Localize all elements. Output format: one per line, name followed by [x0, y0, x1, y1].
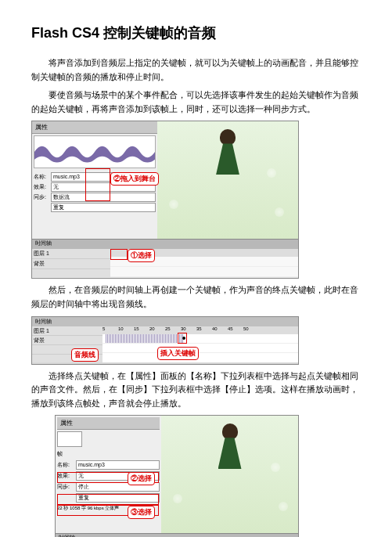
timeline-header: 时间轴	[32, 240, 298, 249]
page-title: Flash CS4 控制关键帧的音频	[31, 23, 361, 42]
properties-panel-title: 属性	[32, 121, 157, 134]
callout-insert-keyframe: 插入关键帧	[157, 347, 199, 360]
timeline-layer[interactable]: 图层 1	[32, 326, 102, 336]
timeline-layer[interactable]: 背景	[32, 336, 102, 345]
timeline-layer[interactable]: 背景	[32, 259, 110, 269]
figure-1: 属性 名称: music.mp3 效果: 无	[31, 121, 361, 279]
frame-swatch	[57, 431, 82, 447]
callout-select-2: ②选择	[128, 472, 155, 485]
timeline-ruler: 5101520253035404550	[102, 326, 298, 334]
sync-label: 同步:	[57, 483, 74, 491]
callout-select-3: ③选择	[128, 506, 155, 519]
stage-canvas	[157, 121, 298, 239]
callout-drag-to-stage: ②拖入到舞台	[110, 172, 159, 186]
paragraph-2: 要使音频与场景中的某个事件配合，可以先选择该事件发生的起始关键帧作为音频的起始关…	[31, 88, 361, 116]
callout-audio-line: 音频线	[71, 348, 99, 362]
sound-name-dropdown[interactable]: music.mp3	[76, 460, 160, 470]
timeline-row[interactable]	[110, 267, 298, 277]
audio-waveform-icon	[106, 334, 184, 343]
frame-label: 帧	[57, 450, 160, 458]
name-label: 名称:	[34, 173, 49, 181]
figure-2: 时间轴 图层 1 背景 5101520253035404550 音频线 插入关键…	[31, 316, 361, 365]
timeline-row[interactable]	[102, 344, 298, 353]
properties-panel-title: 属性	[57, 417, 160, 430]
name-label: 名称:	[57, 461, 74, 469]
sync-label: 同步:	[34, 193, 49, 201]
effect-label: 效果:	[34, 183, 49, 191]
timeline-row[interactable]	[102, 334, 298, 344]
paragraph-4: 选择终点关键帧，在【属性】面板的【名称】下拉列表框中选择与起点关键帧相同的声音文…	[31, 369, 361, 411]
paragraph-3: 然后，在音频层的时间轴上再创建一个关键帧，作为声音的终点关键帧，此时在音频层的时…	[31, 283, 361, 311]
figure-3: 属性 帧 名称: music.mp3 效果: 无 同步: 停止 重复	[31, 415, 361, 537]
stage-canvas	[161, 416, 298, 533]
paragraph-1: 将声音添加到音频层上指定的关键帧，就可以为关键帧上的动画配音，并且能够控制关键帧…	[31, 56, 361, 84]
repeat-dropdown[interactable]: 重复	[51, 203, 156, 212]
timeline-header: 时间轴	[56, 534, 298, 537]
waveform-preview	[34, 135, 156, 168]
callout-select: ①选择	[128, 249, 155, 262]
timeline-layer[interactable]: 图层 1	[32, 249, 110, 259]
timeline-header: 时间轴	[32, 317, 298, 326]
